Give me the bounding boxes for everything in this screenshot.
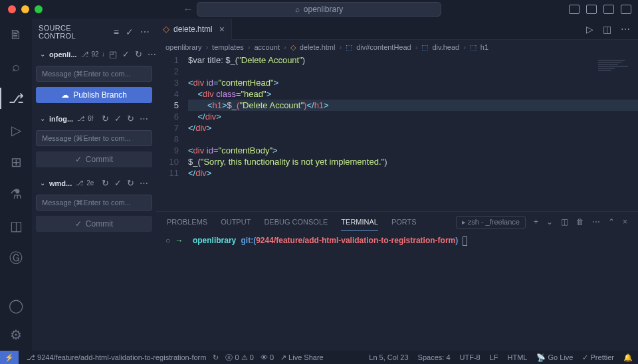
breadcrumb-item[interactable]: h1 xyxy=(480,43,488,51)
breadcrumb-item[interactable]: openlibrary xyxy=(165,43,201,51)
extensions-icon[interactable]: ⊞ xyxy=(8,154,24,170)
tab-problems[interactable]: PROBLEMS xyxy=(167,214,207,230)
source-control-icon[interactable]: ⎇ xyxy=(8,90,24,106)
minimap[interactable] xyxy=(598,60,631,86)
code-editor[interactable]: 1234567891011 $var title: $_("Delete Acc… xyxy=(156,54,638,211)
publish-branch-button[interactable]: ☁ Publish Branch xyxy=(36,87,152,103)
close-window-button[interactable] xyxy=(8,5,16,13)
branch-indicator[interactable]: ⎇ 9244/feature/add-html-validation-to-re… xyxy=(27,353,206,362)
language-mode[interactable]: HTML xyxy=(508,353,528,361)
refresh-icon[interactable]: ↻ xyxy=(102,114,109,124)
refresh-icon[interactable]: ↻ xyxy=(127,178,134,188)
terminal-profile-dropdown[interactable]: ▸ zsh - _freelance xyxy=(456,216,526,228)
breadcrumbs[interactable]: openlibrary › templates › account › ◇ de… xyxy=(156,40,638,54)
refresh-icon[interactable]: ↻ xyxy=(127,114,134,124)
hints-indicator[interactable]: 👁 0 xyxy=(261,353,274,361)
encoding-indicator[interactable]: UTF-8 xyxy=(460,353,480,361)
split-editor-icon[interactable]: ◫ xyxy=(603,24,611,35)
commit-message-input[interactable]: Message (⌘Enter to com... xyxy=(36,66,152,82)
repo-header[interactable]: ⌄ openli... ⎇92↓ ◰ ✓ ↻ ⋯ xyxy=(40,48,148,60)
notifications-icon[interactable]: 🔔 xyxy=(623,353,633,362)
breadcrumb-item[interactable]: account xyxy=(254,43,280,51)
tab-ports[interactable]: PORTS xyxy=(391,214,417,230)
chevron-down-icon: ⌄ xyxy=(40,179,45,187)
commit-icon[interactable]: ✓ xyxy=(114,178,122,188)
editor-area: ◇ delete.html × ▷ ◫ ⋯ openlibrary › temp… xyxy=(156,19,638,351)
tab-delete-html[interactable]: ◇ delete.html × xyxy=(156,19,232,40)
grammarly-icon[interactable]: Ⓖ xyxy=(8,250,24,266)
breadcrumb-item[interactable]: div#contentHead xyxy=(356,43,411,51)
nav-back-icon[interactable]: ← xyxy=(183,3,193,15)
run-debug-icon[interactable]: ▷ xyxy=(8,122,24,138)
more-icon[interactable]: ⋯ xyxy=(140,114,148,124)
chevron-down-icon[interactable]: ⌄ xyxy=(546,217,553,227)
commit-message-input[interactable]: Message (⌘Enter to com... xyxy=(36,130,152,146)
new-terminal-icon[interactable]: + xyxy=(534,217,538,227)
explorer-icon[interactable]: 🗎 xyxy=(8,27,24,43)
toggle-secondary-sidebar-icon[interactable] xyxy=(603,5,614,14)
search-icon[interactable]: ⌕ xyxy=(8,58,24,74)
terminal-cursor xyxy=(463,236,467,246)
repo-section-openlibrary: ⌄ openli... ⎇92↓ ◰ ✓ ↻ ⋯ xyxy=(32,45,156,63)
problems-indicator[interactable]: ⓧ 0 ⚠ 0 xyxy=(225,353,253,363)
more-icon[interactable]: ⋯ xyxy=(140,178,148,188)
commit-icon[interactable]: ✓ xyxy=(114,114,122,124)
refresh-icon[interactable]: ↻ xyxy=(102,178,109,188)
toggle-panel-icon[interactable] xyxy=(586,5,597,14)
repo-name: wmd... xyxy=(49,179,72,187)
commit-button[interactable]: ✓ Commit xyxy=(36,151,152,167)
indentation-indicator[interactable]: Spaces: 4 xyxy=(418,353,451,361)
open-file-icon[interactable]: ◰ xyxy=(109,49,117,59)
terminal-content[interactable]: ○ → openlibrary git:(9244/feature/add-ht… xyxy=(156,232,638,351)
prettier-button[interactable]: ✓ Prettier xyxy=(582,353,614,362)
tab-terminal[interactable]: TERMINAL xyxy=(341,214,378,230)
commit-action-icon[interactable]: ✓ xyxy=(126,27,134,37)
command-center-search[interactable]: ⌕ openlibrary xyxy=(197,2,441,17)
tab-output[interactable]: OUTPUT xyxy=(221,214,251,230)
more-icon[interactable]: ⋯ xyxy=(592,217,600,227)
activity-bar: 🗎 ⌕ ⎇ ▷ ⊞ ⚗ ◫ Ⓖ ◯ ⚙ xyxy=(0,19,32,351)
view-as-tree-icon[interactable]: ≡ xyxy=(114,27,119,37)
accounts-icon[interactable]: ◯ xyxy=(8,298,24,314)
symbol-icon: ⬚ xyxy=(470,43,477,52)
sidebar: SOURCE CONTROL ≡ ✓ ⋯ ⌄ openli... ⎇92↓ ◰ … xyxy=(32,19,156,351)
cursor-position[interactable]: Ln 5, Col 23 xyxy=(369,353,408,361)
tab-debug-console[interactable]: DEBUG CONSOLE xyxy=(264,214,328,230)
customize-layout-icon[interactable] xyxy=(621,5,631,14)
maximize-window-button[interactable] xyxy=(35,5,43,13)
breadcrumb-item[interactable]: div.head xyxy=(432,43,459,51)
repo-header[interactable]: ⌄ wmd... ⎇ 2e ↻ ✓ ↻ ⋯ xyxy=(40,177,148,189)
line-gutter: 1234567891011 xyxy=(156,54,188,211)
commit-message-input[interactable]: Message (⌘Enter to com... xyxy=(36,195,152,211)
maximize-panel-icon[interactable]: ⌃ xyxy=(608,217,615,227)
split-terminal-icon[interactable]: ◫ xyxy=(561,217,568,227)
breadcrumb-item[interactable]: delete.html xyxy=(300,43,336,51)
minimize-window-button[interactable] xyxy=(21,5,29,13)
close-panel-icon[interactable]: × xyxy=(623,217,627,227)
breadcrumb-item[interactable]: templates xyxy=(212,43,244,51)
eol-indicator[interactable]: LF xyxy=(490,353,498,361)
more-actions-icon[interactable]: ⋯ xyxy=(621,24,630,35)
repo-name: infog... xyxy=(49,115,73,123)
toggle-primary-sidebar-icon[interactable] xyxy=(569,5,580,14)
kill-terminal-icon[interactable]: 🗑 xyxy=(576,217,584,227)
settings-gear-icon[interactable]: ⚙ xyxy=(8,327,24,343)
commit-icon[interactable]: ✓ xyxy=(122,49,130,59)
refresh-icon[interactable]: ↻ xyxy=(135,49,142,59)
cloud-upload-icon: ☁ xyxy=(61,90,69,100)
status-bar: ⚡ ⎇ 9244/feature/add-html-validation-to-… xyxy=(0,351,638,364)
repo-header[interactable]: ⌄ infog... ⎇ 6f ↻ ✓ ↻ ⋯ xyxy=(40,112,148,125)
close-tab-icon[interactable]: × xyxy=(219,24,225,35)
code-content[interactable]: $var title: $_("Delete Account")<div id=… xyxy=(188,54,638,211)
sync-icon[interactable]: ↻ xyxy=(213,353,219,362)
more-icon[interactable]: ⋯ xyxy=(148,49,156,59)
testing-icon[interactable]: ⚗ xyxy=(8,186,24,202)
commit-button[interactable]: ✓ Commit xyxy=(36,216,152,232)
go-live-button[interactable]: 📡 Go Live xyxy=(536,353,573,362)
run-icon[interactable]: ▷ xyxy=(586,24,593,35)
live-share-button[interactable]: ↗ Live Share xyxy=(280,353,324,362)
docker-icon[interactable]: ◫ xyxy=(8,218,24,234)
chevron-right-icon: › xyxy=(339,43,342,51)
remote-indicator[interactable]: ⚡ xyxy=(0,351,19,364)
more-actions-icon[interactable]: ⋯ xyxy=(140,27,150,37)
